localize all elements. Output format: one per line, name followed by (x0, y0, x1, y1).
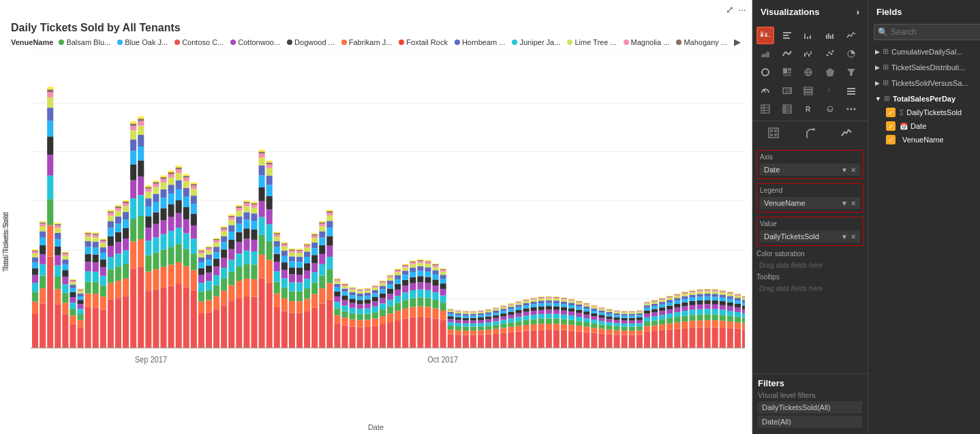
r-visual-icon[interactable]: R (799, 100, 817, 118)
ribbon-icon[interactable] (778, 45, 796, 63)
svg-rect-182 (138, 267, 144, 348)
filter-item-0[interactable]: DailyTicketsSold(All) (758, 401, 862, 414)
viz-panel-arrow[interactable]: › (857, 7, 859, 17)
value-dropdown-icon[interactable]: ▼ (841, 233, 848, 241)
analytics-tab[interactable] (836, 125, 857, 143)
svg-rect-848 (553, 303, 560, 307)
analytics-tab-paint[interactable] (800, 125, 821, 143)
scatter-chart-icon[interactable] (821, 45, 839, 63)
table-visual-icon[interactable] (756, 100, 774, 118)
svg-rect-632 (417, 270, 423, 276)
legend-dot-3 (230, 40, 236, 45)
svg-rect-251 (176, 169, 182, 172)
value-well-value[interactable]: DailyTicketsSold ▼ ✕ (760, 230, 860, 243)
python-visual-icon[interactable]: py (821, 100, 839, 118)
svg-rect-877 (568, 299, 575, 300)
format-tab[interactable] (763, 125, 784, 143)
svg-rect-129 (100, 247, 106, 253)
svg-rect-505 (334, 278, 340, 279)
svg-rect-33 (40, 231, 46, 237)
more-visuals-icon[interactable] (842, 100, 860, 118)
focus-mode-icon[interactable]: ⤢ (726, 4, 734, 15)
svg-rect-520 (350, 313, 356, 320)
svg-rect-74 (70, 324, 76, 347)
svg-rect-1113 (720, 295, 726, 298)
kpi-icon[interactable]: ↑ (821, 82, 839, 99)
svg-rect-486 (326, 246, 333, 257)
svg-rect-311 (213, 241, 219, 243)
svg-rect-234 (168, 217, 174, 231)
matrix-icon[interactable] (778, 100, 796, 118)
svg-rect-987 (644, 326, 650, 332)
svg-rect-645 (425, 267, 431, 271)
stacked-bar-chart-icon[interactable] (756, 27, 774, 44)
clustered-bar-icon[interactable] (778, 27, 796, 44)
slicer-icon[interactable] (842, 82, 860, 99)
svg-rect-1084 (705, 314, 711, 320)
clustered-column-icon[interactable] (821, 27, 839, 44)
area-chart-icon[interactable] (756, 45, 774, 63)
svg-rect-786 (515, 313, 521, 317)
svg-rect-854 (561, 330, 567, 348)
axis-remove-icon[interactable]: ✕ (851, 166, 856, 174)
legend-dropdown-icon[interactable]: ▼ (841, 200, 848, 207)
waterfall-icon[interactable] (799, 45, 817, 63)
legend-remove-icon[interactable]: ✕ (851, 200, 856, 207)
field-group-totalsales-header[interactable]: ▼ ⊞ TotalSalesPerDay (871, 91, 980, 106)
field-item-date[interactable]: ✓ 📅 Date (882, 119, 980, 133)
fields-panel-header: Fields › (868, 0, 980, 24)
svg-rect-328 (228, 272, 234, 285)
svg-rect-534 (357, 304, 363, 309)
search-input[interactable] (874, 24, 980, 40)
svg-rect-1013 (659, 315, 665, 320)
svg-rect-1118 (727, 328, 733, 348)
card-icon[interactable]: 123 (778, 82, 796, 99)
svg-rect-1172 (832, 34, 833, 39)
svg-rect-468 (311, 234, 318, 236)
field-group-cumulative-header[interactable]: ▶ ⊞ CumulativeDailySal... (871, 44, 980, 59)
svg-rect-302 (213, 309, 219, 347)
field-item-dailytickets[interactable]: ✓ Σ DailyTicketsSold (882, 106, 980, 119)
legend-more-icon[interactable]: ▶ (734, 37, 741, 47)
treemap-icon[interactable] (778, 63, 796, 81)
field-group-ticketdist-header[interactable]: ▶ ⊞ TicketSalesDistributi... (871, 60, 980, 74)
pie-chart-icon[interactable] (842, 45, 860, 63)
svg-rect-1031 (667, 297, 673, 298)
funnel-icon[interactable] (842, 63, 860, 81)
field-group-ticketsvs-header[interactable]: ▶ ⊞ TicketsSoldVersusSa... (871, 76, 980, 90)
svg-rect-931 (606, 316, 612, 319)
filter-item-1[interactable]: Date(All) (758, 416, 862, 428)
svg-rect-1010 (659, 330, 665, 348)
svg-rect-1141 (735, 294, 741, 294)
svg-rect-821 (538, 314, 545, 319)
line-chart-icon[interactable] (842, 27, 860, 44)
svg-rect-204 (145, 187, 151, 188)
gauge-icon[interactable] (756, 82, 774, 99)
svg-rect-1148 (742, 303, 745, 306)
svg-rect-609 (402, 270, 408, 275)
svg-rect-636 (417, 260, 423, 261)
multi-row-card-icon[interactable] (799, 82, 817, 99)
svg-rect-727 (478, 317, 484, 320)
donut-chart-icon[interactable] (756, 63, 774, 81)
svg-rect-321 (221, 236, 227, 243)
axis-dropdown-icon[interactable]: ▼ (841, 166, 848, 174)
svg-rect-944 (614, 315, 620, 317)
map-icon[interactable] (799, 63, 817, 81)
axis-well-value[interactable]: Date ▼ ✕ (760, 164, 860, 176)
value-remove-icon[interactable]: ✕ (851, 233, 856, 241)
more-options-icon[interactable]: ··· (738, 4, 746, 15)
svg-rect-897 (583, 307, 589, 309)
svg-rect-271 (191, 214, 197, 226)
svg-rect-304 (213, 285, 219, 296)
field-item-venuename[interactable]: ✓ VenueName (882, 133, 980, 146)
svg-rect-120 (93, 234, 99, 235)
svg-rect-620 (410, 272, 416, 277)
legend-well-value[interactable]: VenueName ▼ ✕ (760, 197, 860, 209)
filled-map-icon[interactable] (821, 63, 839, 81)
svg-rect-677 (448, 322, 454, 326)
stacked-column-icon[interactable] (799, 27, 817, 44)
svg-text:R: R (806, 106, 811, 113)
svg-rect-754 (493, 309, 499, 311)
svg-rect-977 (637, 323, 643, 326)
